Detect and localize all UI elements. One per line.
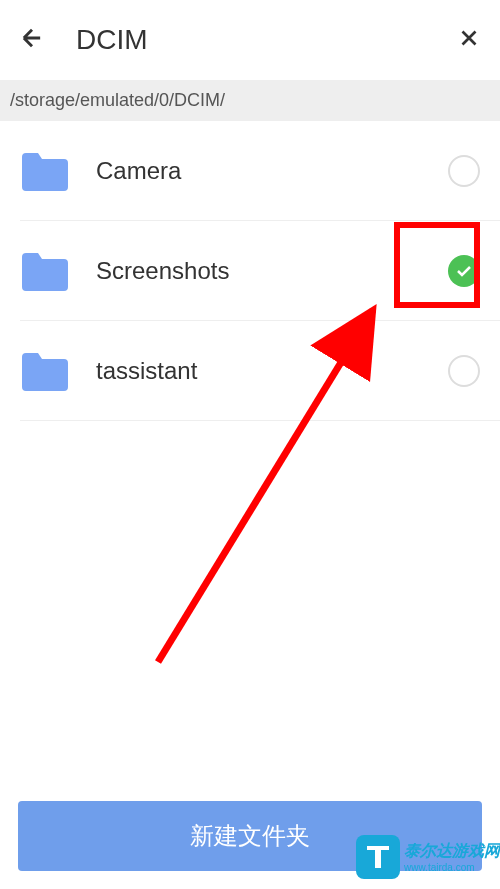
folder-icon — [20, 251, 68, 291]
checkmark-icon — [456, 265, 472, 277]
watermark-url: www.tairda.com — [404, 862, 500, 873]
radio-selected[interactable] — [448, 255, 480, 287]
page-title: DCIM — [76, 24, 456, 56]
radio-unselected[interactable] — [448, 355, 480, 387]
list-item[interactable]: Camera — [20, 121, 500, 221]
folder-icon — [20, 151, 68, 191]
back-icon[interactable] — [18, 24, 46, 56]
header: DCIM — [0, 0, 500, 80]
item-label: Screenshots — [96, 257, 448, 285]
watermark-icon — [356, 835, 400, 879]
list-item[interactable]: tassistant — [20, 321, 500, 421]
folder-icon — [20, 351, 68, 391]
item-label: Camera — [96, 157, 448, 185]
close-icon[interactable] — [456, 25, 482, 55]
radio-unselected[interactable] — [448, 155, 480, 187]
list-item[interactable]: Screenshots — [20, 221, 500, 321]
watermark-title: 泰尔达游戏网 — [404, 841, 500, 862]
path-bar: /storage/emulated/0/DCIM/ — [0, 80, 500, 121]
folder-list: Camera Screenshots tassistant — [0, 121, 500, 421]
watermark: 泰尔达游戏网 www.tairda.com — [356, 835, 500, 879]
item-label: tassistant — [96, 357, 448, 385]
